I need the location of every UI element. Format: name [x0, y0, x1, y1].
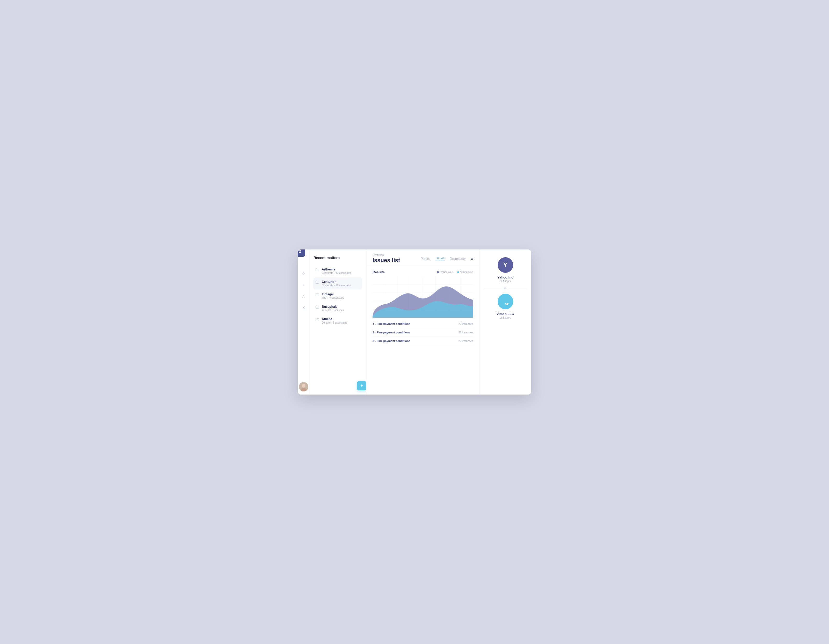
party-name-yahoo: Yahoo Inc	[497, 276, 513, 279]
folder-icon	[315, 268, 319, 272]
matter-item-bucephale[interactable]: Bucephale Tax - 20 associates	[314, 302, 362, 314]
matter-sub: M&A - 7 associates	[322, 296, 344, 299]
issue-row-2[interactable]: 2 - Fine payment conditions 22 instances	[372, 328, 473, 337]
nav-documents[interactable]: Documents	[450, 257, 465, 261]
avatar[interactable]	[299, 382, 308, 391]
legend-label-yahoo: Yahoo won	[440, 271, 453, 274]
matter-sub: Dispute - 8 associates	[322, 321, 347, 324]
chart-legend: Results Yahoo won Vimeo won	[372, 270, 473, 274]
add-matter-button[interactable]: +	[357, 381, 366, 390]
folder-icon	[315, 293, 319, 297]
matter-item-tintagel[interactable]: Tintagel M&A - 7 associates	[314, 290, 362, 302]
party-card-yahoo: Y Yahoo Inc DLA Piper	[484, 257, 527, 283]
vs-line-left	[484, 288, 501, 288]
issue-count-3: 22 instances	[459, 340, 473, 342]
vs-divider: vs.	[484, 287, 527, 290]
matter-item-athena[interactable]: Athena Dispute - 8 associates	[314, 315, 362, 327]
main-content: Centurion Issues list Parties Issues Doc…	[366, 249, 479, 395]
party-card-vimeo: Vimeo LLC Linklaters	[484, 294, 527, 319]
circle-icon[interactable]: ○	[301, 282, 307, 288]
matter-sub: Tax - 20 associates	[322, 309, 344, 312]
issue-name-1: 1 - Fine payment conditions	[372, 322, 410, 325]
folder-icon	[315, 318, 319, 322]
legend-dot-vimeo	[457, 271, 459, 273]
matter-item-arthemis[interactable]: Arthemis Corporate - 12 associates	[314, 265, 362, 277]
close-icon[interactable]: ✕	[301, 304, 307, 310]
party-name-vimeo: Vimeo LLC	[496, 312, 514, 316]
vs-label: vs.	[504, 287, 507, 290]
icon-sidebar: ◇ ○ △ ✕	[298, 249, 309, 395]
issues-list: 1 - Fine payment conditions 22 instances…	[366, 318, 479, 395]
issue-row-3[interactable]: 3 - Fine payment conditions 22 instances	[372, 337, 473, 345]
app-window: 2 ◇ ○ △ ✕ Recent matters	[298, 249, 531, 395]
diamond-icon[interactable]: ◇	[301, 270, 307, 276]
party-panel: Y Yahoo Inc DLA Piper vs. Vimeo LLC Link…	[479, 249, 531, 395]
matter-name: Bucephale	[322, 305, 344, 309]
hamburger-icon[interactable]: ≡	[471, 257, 473, 261]
matters-panel: Recent matters Arthemis Corporate - 12 a…	[309, 249, 366, 395]
nav-parties[interactable]: Parties	[421, 257, 430, 261]
matter-name: Arthemis	[322, 268, 351, 271]
party-avatar-vimeo	[498, 294, 513, 309]
svg-point-1	[302, 384, 306, 387]
legend-vimeo: Vimeo won	[457, 271, 473, 274]
matter-name: Athena	[322, 317, 347, 321]
issue-name-3: 3 - Fine payment conditions	[372, 339, 410, 342]
legend-dot-yahoo	[437, 271, 439, 273]
folder-icon	[315, 280, 319, 285]
matter-name: Centurion	[322, 280, 351, 283]
matter-name: Tintagel	[322, 293, 344, 296]
legend-yahoo: Yahoo won	[437, 271, 453, 274]
context-label: Centurion	[372, 254, 400, 257]
issue-count-2: 22 instances	[459, 331, 473, 334]
header-left: Centurion Issues list	[372, 254, 400, 264]
main-header: Centurion Issues list Parties Issues Doc…	[366, 249, 479, 266]
party-firm-vimeo: Linklaters	[500, 316, 511, 319]
vs-line-right	[509, 288, 527, 288]
user-avatar-container	[298, 379, 309, 395]
legend-label-vimeo: Vimeo won	[460, 271, 473, 274]
issue-count-1: 22 instances	[459, 323, 473, 325]
issue-row-1[interactable]: 1 - Fine payment conditions 22 instances	[372, 320, 473, 328]
legend-items: Yahoo won Vimeo won	[437, 271, 473, 274]
badge: 2	[298, 249, 305, 257]
issue-name-2: 2 - Fine payment conditions	[372, 331, 410, 334]
chart-title: Results	[372, 270, 385, 274]
main-nav: Parties Issues Documents ≡	[421, 257, 473, 261]
page-title: Issues list	[372, 257, 400, 264]
matter-item-centurion[interactable]: Centurion Corporate - 18 associates	[314, 277, 362, 289]
chart-container	[372, 276, 473, 318]
matters-title: Recent matters	[314, 256, 362, 260]
folder-icon	[315, 305, 319, 309]
vimeo-logo-icon	[502, 298, 509, 305]
nav-issues[interactable]: Issues	[435, 257, 444, 261]
matter-sub: Corporate - 12 associates	[322, 271, 351, 274]
matter-sub: Corporate - 18 associates	[322, 284, 351, 287]
triangle-icon[interactable]: △	[301, 293, 307, 299]
chart-area: Results Yahoo won Vimeo won	[366, 266, 479, 318]
party-avatar-yahoo: Y	[498, 257, 513, 273]
party-firm-yahoo: DLA Piper	[500, 280, 511, 283]
